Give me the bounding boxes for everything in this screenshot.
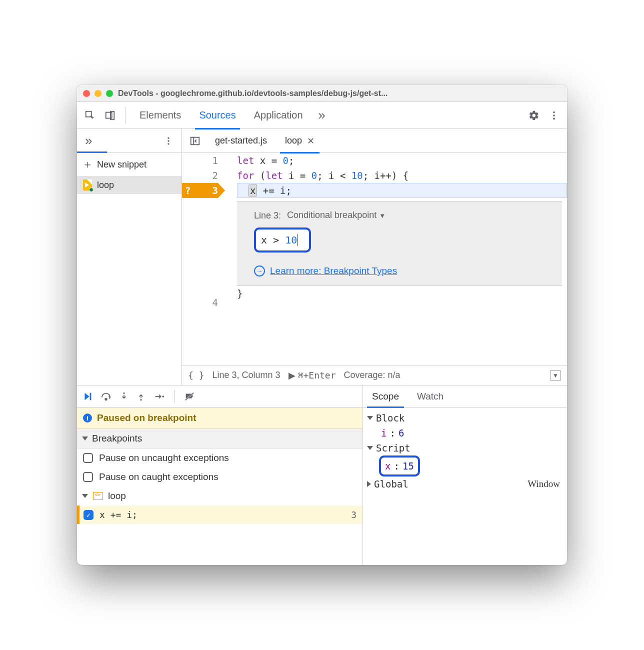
- editor-filetabs: get-started.js loop ✕: [182, 129, 567, 152]
- code-line-4: }: [237, 286, 567, 301]
- script-file-icon: [93, 492, 103, 500]
- line-gutter[interactable]: 1 2 ? 3 4: [182, 153, 228, 365]
- svg-rect-11: [90, 392, 92, 400]
- scope-var-x: x: 15: [367, 456, 563, 476]
- snippet-item-loop[interactable]: loop: [77, 176, 182, 194]
- svg-point-3: [553, 111, 555, 113]
- resume-icon[interactable]: [82, 391, 93, 402]
- bp-learn-more-link[interactable]: Learn more: Breakpoint Types: [270, 264, 397, 278]
- svg-point-8: [168, 143, 169, 144]
- scope-script-header[interactable]: Script: [367, 440, 563, 456]
- statusbar-collapse-icon[interactable]: ▼: [550, 370, 561, 380]
- editor-statusbar: { } Line 3, Column 3 ▶ ⌘+Enter Coverage:…: [182, 365, 567, 385]
- settings-gear-icon[interactable]: [525, 106, 543, 124]
- breakpoint-line-number: 3: [351, 510, 356, 520]
- panel-tabstrip: Elements Sources Application »: [77, 102, 567, 129]
- run-snippet-button[interactable]: ▶ ⌘+Enter: [288, 370, 336, 381]
- window-controls: [83, 90, 113, 97]
- checkbox-breakpoint[interactable]: ✓: [84, 510, 94, 520]
- snippet-name: loop: [97, 180, 114, 190]
- zoom-window-button[interactable]: [106, 90, 113, 97]
- devtools-window: DevTools - googlechrome.github.io/devtoo…: [77, 85, 567, 565]
- scope-body: Block i: 6 Script x: 15 Global Window: [363, 408, 567, 494]
- svg-point-13: [123, 392, 124, 394]
- kebab-menu-icon[interactable]: [545, 106, 563, 124]
- navigator-menu-icon[interactable]: [160, 132, 178, 150]
- inspect-element-icon[interactable]: [81, 106, 99, 124]
- scope-tabs: Scope Watch: [363, 386, 567, 408]
- checkbox-caught[interactable]: [83, 472, 93, 482]
- checkbox-uncaught[interactable]: [83, 453, 93, 463]
- scope-block-header[interactable]: Block: [367, 410, 563, 426]
- scope-global-row[interactable]: Global Window: [367, 476, 563, 492]
- conditional-marker: ?: [185, 183, 190, 198]
- breakpoint-entry[interactable]: ✓ x += i; 3: [77, 506, 362, 524]
- tab-sources[interactable]: Sources: [191, 102, 244, 129]
- step-icon[interactable]: [153, 391, 165, 402]
- pretty-print-icon[interactable]: { }: [188, 370, 204, 380]
- breakpoint-code: x += i;: [100, 510, 138, 520]
- svg-point-6: [168, 137, 169, 138]
- plus-icon: ＋: [82, 157, 93, 172]
- chevron-down-icon: [367, 446, 373, 450]
- deactivate-breakpoints-icon[interactable]: [184, 391, 196, 402]
- close-window-button[interactable]: [83, 90, 90, 97]
- code-editor: 1 2 ? 3 4 let x = 0; for (let i = 0; i <…: [182, 153, 567, 385]
- debugger-pane: i Paused on breakpoint Breakpoints Pause…: [77, 385, 567, 565]
- tab-scope[interactable]: Scope: [363, 386, 408, 408]
- arrow-right-circle-icon: →: [254, 266, 265, 276]
- divider: [125, 107, 126, 124]
- gutter-line-3-breakpoint[interactable]: ? 3: [182, 183, 218, 198]
- cursor-position: Line 3, Column 3: [212, 370, 280, 380]
- navigator-more-icon[interactable]: »: [81, 133, 96, 148]
- navigator-toggle-icon[interactable]: [186, 132, 204, 150]
- step-over-icon[interactable]: [100, 391, 112, 402]
- navigator-pane: ＋ New snippet loop: [77, 153, 182, 385]
- pause-caught-row[interactable]: Pause on caught exceptions: [77, 468, 362, 486]
- breakpoint-group-label: loop: [108, 490, 126, 502]
- bp-popup-header: Line 3: Conditional breakpoint ▼: [254, 208, 555, 224]
- gutter-line-2[interactable]: 2: [182, 168, 218, 183]
- step-out-icon[interactable]: [136, 391, 146, 402]
- code-area[interactable]: 1 2 ? 3 4 let x = 0; for (let i = 0; i <…: [182, 153, 567, 365]
- chevron-down-icon: [82, 436, 88, 440]
- bp-condition-input[interactable]: x > 10: [254, 228, 311, 252]
- filetab-loop[interactable]: loop ✕: [278, 129, 322, 153]
- paused-label: Paused on breakpoint: [97, 412, 196, 424]
- chevron-down-icon: [82, 494, 88, 498]
- more-tabs-icon[interactable]: »: [313, 106, 331, 124]
- snippet-file-icon: [83, 180, 92, 190]
- breakpoints-label: Breakpoints: [92, 433, 142, 444]
- bp-learn-more: → Learn more: Breakpoint Types: [254, 264, 555, 278]
- step-into-icon[interactable]: [119, 391, 129, 402]
- window-titlebar: DevTools - googlechrome.github.io/devtoo…: [77, 85, 567, 102]
- tab-application[interactable]: Application: [246, 102, 311, 129]
- scope-var-i: i: 6: [367, 426, 563, 440]
- filetab-label: get-started.js: [215, 136, 267, 146]
- filetab-get-started[interactable]: get-started.js: [208, 129, 274, 153]
- gutter-spacer: [182, 198, 218, 295]
- navigator-toolbar: »: [77, 129, 182, 152]
- device-toolbar-icon[interactable]: [101, 106, 119, 124]
- bp-type-dropdown[interactable]: Conditional breakpoint ▼: [287, 208, 386, 224]
- code-lines[interactable]: let x = 0; for (let i = 0; i < 10; i++) …: [228, 153, 567, 365]
- debugger-right: Scope Watch Block i: 6 Script x: 15 Glob…: [363, 386, 567, 565]
- breakpoints-section-header[interactable]: Breakpoints: [77, 429, 362, 448]
- svg-rect-1: [106, 112, 112, 118]
- breakpoint-arrow-icon: [218, 183, 225, 198]
- pause-uncaught-row[interactable]: Pause on uncaught exceptions: [77, 448, 362, 468]
- close-tab-icon[interactable]: ✕: [307, 136, 314, 146]
- tab-elements[interactable]: Elements: [132, 102, 189, 129]
- gutter-line-4[interactable]: 4: [182, 295, 218, 310]
- breakpoint-group-loop[interactable]: loop: [77, 486, 362, 506]
- tab-watch[interactable]: Watch: [408, 386, 452, 408]
- minimize-window-button[interactable]: [94, 90, 102, 97]
- gutter-line-1[interactable]: 1: [182, 153, 218, 168]
- highlighted-value: x: 15: [379, 456, 420, 476]
- paused-banner: i Paused on breakpoint: [77, 408, 362, 429]
- new-snippet-button[interactable]: ＋ New snippet: [77, 153, 182, 176]
- breakpoint-editor-popup: Line 3: Conditional breakpoint ▼ x > 10 …: [237, 201, 562, 286]
- svg-point-14: [140, 399, 142, 400]
- pause-uncaught-label: Pause on uncaught exceptions: [99, 452, 229, 464]
- info-icon: i: [83, 414, 92, 422]
